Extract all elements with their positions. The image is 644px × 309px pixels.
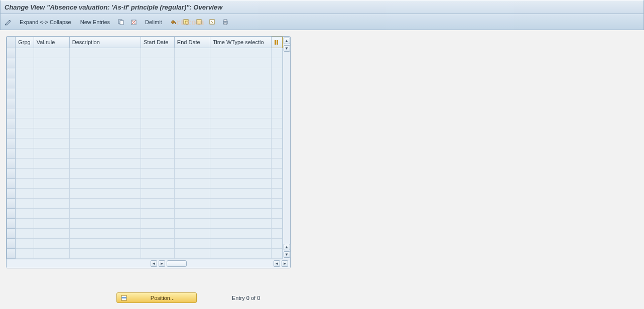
table-cell[interactable] xyxy=(271,128,282,138)
table-cell[interactable] xyxy=(69,209,141,219)
table-cell[interactable] xyxy=(210,48,271,58)
column-header-valrule[interactable]: Val.rule xyxy=(34,37,69,48)
column-header-start-date[interactable]: Start Date xyxy=(141,37,174,48)
table-cell[interactable] xyxy=(34,78,69,88)
table-cell[interactable] xyxy=(34,48,69,58)
table-cell[interactable] xyxy=(34,169,69,179)
table-cell[interactable] xyxy=(69,88,141,98)
table-cell[interactable] xyxy=(16,98,34,108)
table-cell[interactable] xyxy=(174,199,210,209)
table-cell[interactable] xyxy=(16,148,34,159)
table-cell[interactable] xyxy=(271,199,282,209)
table-cell[interactable] xyxy=(16,169,34,179)
column-header-end-date[interactable]: End Date xyxy=(174,37,210,48)
table-cell[interactable] xyxy=(34,88,69,98)
table-cell[interactable] xyxy=(271,68,282,78)
table-cell[interactable] xyxy=(271,229,282,239)
row-selector[interactable] xyxy=(7,128,16,138)
table-cell[interactable] xyxy=(210,159,271,169)
table-cell[interactable] xyxy=(174,128,210,138)
table-cell[interactable] xyxy=(34,249,69,259)
table-cell[interactable] xyxy=(141,78,174,88)
column-header-description[interactable]: Description xyxy=(69,37,141,48)
table-cell[interactable] xyxy=(271,219,282,229)
table-cell[interactable] xyxy=(34,58,69,68)
table-cell[interactable] xyxy=(271,169,282,179)
scroll-up-step-icon[interactable]: ▲ xyxy=(284,244,290,250)
table-cell[interactable] xyxy=(16,88,34,98)
table-cell[interactable] xyxy=(69,108,141,118)
table-cell[interactable] xyxy=(141,138,174,148)
table-cell[interactable] xyxy=(210,239,271,249)
table-cell[interactable] xyxy=(174,219,210,229)
table-cell[interactable] xyxy=(210,138,271,148)
table-cell[interactable] xyxy=(210,128,271,138)
scroll-up-icon[interactable]: ▲ xyxy=(284,38,290,44)
table-cell[interactable] xyxy=(174,209,210,219)
table-cell[interactable] xyxy=(34,219,69,229)
table-cell[interactable] xyxy=(34,209,69,219)
table-cell[interactable] xyxy=(271,159,282,169)
scroll-right-step-icon[interactable]: ► xyxy=(159,260,165,267)
table-cell[interactable] xyxy=(34,199,69,209)
table-cell[interactable] xyxy=(174,169,210,179)
table-cell[interactable] xyxy=(141,68,174,78)
table-cell[interactable] xyxy=(174,179,210,189)
table-cell[interactable] xyxy=(271,78,282,88)
row-selector[interactable] xyxy=(7,98,16,108)
table-cell[interactable] xyxy=(141,118,174,128)
table-cell[interactable] xyxy=(16,118,34,128)
table-cell[interactable] xyxy=(174,249,210,259)
table-cell[interactable] xyxy=(210,249,271,259)
table-cell[interactable] xyxy=(141,58,174,68)
scroll-left-icon[interactable]: ◄ xyxy=(151,260,157,267)
table-cell[interactable] xyxy=(141,179,174,189)
table-cell[interactable] xyxy=(271,148,282,159)
table-cell[interactable] xyxy=(69,148,141,159)
table-cell[interactable] xyxy=(210,219,271,229)
column-header-grpg[interactable]: Grpg xyxy=(16,37,34,48)
table-cell[interactable] xyxy=(16,219,34,229)
table-cell[interactable] xyxy=(210,229,271,239)
row-selector[interactable] xyxy=(7,108,16,118)
toggle-change-icon[interactable] xyxy=(4,17,14,27)
table-cell[interactable] xyxy=(69,78,141,88)
table-cell[interactable] xyxy=(34,98,69,108)
table-cell[interactable] xyxy=(210,68,271,78)
table-cell[interactable] xyxy=(174,118,210,128)
table-cell[interactable] xyxy=(16,179,34,189)
row-selector[interactable] xyxy=(7,78,16,88)
row-selector[interactable] xyxy=(7,159,16,169)
scroll-thumb[interactable] xyxy=(167,260,187,267)
table-cell[interactable] xyxy=(210,189,271,199)
scroll-down-icon[interactable]: ▼ xyxy=(284,251,290,258)
table-cell[interactable] xyxy=(16,209,34,219)
table-cell[interactable] xyxy=(69,229,141,239)
table-cell[interactable] xyxy=(210,98,271,108)
row-selector[interactable] xyxy=(7,58,16,68)
table-cell[interactable] xyxy=(174,148,210,159)
deselect-all-icon[interactable] xyxy=(207,17,217,27)
table-cell[interactable] xyxy=(141,249,174,259)
table-cell[interactable] xyxy=(69,239,141,249)
table-cell[interactable] xyxy=(34,148,69,159)
select-block-icon[interactable] xyxy=(194,17,204,27)
table-cell[interactable] xyxy=(210,78,271,88)
table-cell[interactable] xyxy=(141,48,174,58)
table-cell[interactable] xyxy=(174,138,210,148)
table-cell[interactable] xyxy=(271,249,282,259)
table-cell[interactable] xyxy=(141,88,174,98)
table-cell[interactable] xyxy=(16,138,34,148)
table-cell[interactable] xyxy=(69,98,141,108)
table-cell[interactable] xyxy=(69,68,141,78)
table-cell[interactable] xyxy=(141,189,174,199)
table-cell[interactable] xyxy=(141,128,174,138)
table-cell[interactable] xyxy=(69,219,141,229)
position-button[interactable]: Position... xyxy=(116,292,197,303)
row-selector[interactable] xyxy=(7,189,16,199)
table-cell[interactable] xyxy=(271,48,282,58)
table-cell[interactable] xyxy=(34,138,69,148)
table-cell[interactable] xyxy=(16,159,34,169)
row-selector[interactable] xyxy=(7,48,16,58)
table-cell[interactable] xyxy=(34,68,69,78)
